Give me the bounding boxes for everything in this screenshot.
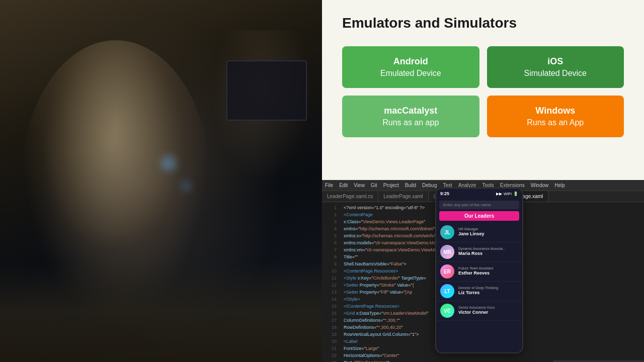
ios-card[interactable]: iOS Simulated Device xyxy=(487,46,624,88)
leader-card-maria[interactable]: MR Dynamic Assurance Associa... Maria Ro… xyxy=(436,242,522,262)
ln-22: 22 xyxy=(322,352,340,359)
ln-10: 10 xyxy=(322,267,340,275)
ln-6: 6 xyxy=(322,239,340,246)
menu-edit[interactable]: Edit xyxy=(339,183,348,188)
leader-info-maria: Dynamic Assurance Associa... Maria Ross xyxy=(458,247,518,257)
menu-file[interactable]: File xyxy=(325,183,333,188)
ln-7: 7 xyxy=(322,246,340,253)
search-placeholder: Enter any part of the name xyxy=(443,203,491,207)
ios-card-title: iOS xyxy=(547,56,563,67)
presentation-title: Emulators and Simulators xyxy=(342,15,624,31)
monitor-shape xyxy=(226,60,307,121)
ln-4: 4 xyxy=(322,225,340,232)
ln-3: 3 xyxy=(322,218,340,225)
mac-card-subtitle: Runs as an app xyxy=(382,118,439,127)
bokeh-light-1 xyxy=(161,156,176,171)
emulator-search[interactable]: Enter any part of the name xyxy=(439,201,519,209)
name-victor: Victor Conner xyxy=(458,310,518,316)
ln-2: 2 xyxy=(322,211,340,218)
menu-view[interactable]: View xyxy=(354,183,365,188)
role-liz: Director of Deep Thinking xyxy=(458,286,518,290)
name-jane: Jane Linsey xyxy=(458,231,518,237)
menu-git[interactable]: Git xyxy=(371,183,377,188)
android-card-title: Android xyxy=(393,56,428,67)
ln-20: 20 xyxy=(322,338,340,345)
leaders-header: Our Leaders xyxy=(439,211,519,221)
android-card-subtitle: Emulated Device xyxy=(380,69,441,78)
name-maria: Maria Ross xyxy=(458,251,518,257)
ide-area: File Edit View Git Project Build Debug T… xyxy=(322,180,644,362)
ln-19: 19 xyxy=(322,331,340,338)
ln-8: 8 xyxy=(322,253,340,260)
status-time: 9:25 xyxy=(440,191,449,196)
ln-13: 13 xyxy=(322,289,340,296)
ln-12: 12 xyxy=(322,282,340,289)
avatar-esther: ER xyxy=(440,264,454,279)
role-victor: Senior Assurance Guru xyxy=(458,306,518,310)
menu-window[interactable]: Window xyxy=(531,183,549,188)
ide-content: 1 2 3 4 5 6 7 8 9 10 11 12 13 14 15 16 1… xyxy=(322,202,644,362)
windows-card-title: Windows xyxy=(535,106,575,116)
tab-leaderpage-xaml-1[interactable]: LeaderPage.xaml xyxy=(378,191,428,202)
status-icons: ▶▶ WiFi 🔋 xyxy=(496,192,518,196)
role-esther: Future Team Assistant xyxy=(458,266,518,270)
line-numbers: 1 2 3 4 5 6 7 8 9 10 11 12 13 14 15 16 1… xyxy=(322,202,340,362)
right-panel-toolbar: Solution Explorer xyxy=(554,360,644,362)
leader-card-victor[interactable]: VC Senior Assurance Guru Victor Conner xyxy=(436,301,522,321)
leader-info-victor: Senior Assurance Guru Victor Conner xyxy=(458,306,518,316)
name-esther: Esther Reeves xyxy=(458,270,518,277)
windows-card[interactable]: Windows Runs as an App xyxy=(487,96,624,137)
desk-shape xyxy=(0,261,322,362)
leader-card-liz[interactable]: LT Director of Deep Thinking Liz Torres xyxy=(436,282,522,301)
ln-16: 16 xyxy=(322,310,340,317)
avatar-maria: MR xyxy=(440,245,454,259)
mac-card-title: macCatalyst xyxy=(384,106,437,116)
ln-17: 17 xyxy=(322,317,340,324)
avatar-liz: LT xyxy=(440,284,454,298)
ln-15: 15 xyxy=(322,303,340,310)
mac-card[interactable]: macCatalyst Runs as an app xyxy=(342,96,479,137)
ios-card-subtitle: Simulated Device xyxy=(524,69,587,78)
avatar-jane: JL xyxy=(440,225,454,239)
menu-debug[interactable]: Debug xyxy=(422,183,437,188)
ln-18: 18 xyxy=(322,324,340,331)
emulator-status-bar: 9:25 ▶▶ WiFi 🔋 xyxy=(436,189,522,199)
menu-project[interactable]: Project xyxy=(383,183,399,188)
battery-icon: 🔋 xyxy=(513,192,518,196)
leader-card-esther[interactable]: ER Future Team Assistant Esther Reeves xyxy=(436,262,522,282)
leader-info-jane: HR Manager Jane Linsey xyxy=(458,227,518,237)
ln-1: 1 xyxy=(322,204,340,211)
bokeh-light-2 xyxy=(181,181,191,191)
ln-5: 5 xyxy=(322,232,340,239)
presentation-area: Emulators and Simulators Android Emulate… xyxy=(322,0,644,181)
menu-build[interactable]: Build xyxy=(405,183,416,188)
signal-icon: ▶▶ xyxy=(496,192,502,196)
emulator-overlay: 9:25 ▶▶ WiFi 🔋 Enter any part of the nam… xyxy=(435,188,523,353)
wifi-icon: WiFi xyxy=(504,192,512,196)
role-jane: HR Manager xyxy=(458,227,518,231)
menu-help[interactable]: Help xyxy=(554,183,565,188)
solution-explorer-panel: Solution Explorer ▶ Solution 'ViewDemo' … xyxy=(553,360,644,362)
photo-section xyxy=(0,0,322,362)
name-liz: Liz Torres xyxy=(458,290,518,296)
leader-info-esther: Future Team Assistant Esther Reeves xyxy=(458,266,518,277)
leader-info-liz: Director of Deep Thinking Liz Torres xyxy=(458,286,518,296)
ln-21: 21 xyxy=(322,345,340,352)
ln-9: 9 xyxy=(322,260,340,267)
ln-11: 11 xyxy=(322,275,340,282)
leader-card-jane[interactable]: JL HR Manager Jane Linsey xyxy=(436,223,522,242)
avatar-victor: VC xyxy=(440,304,454,318)
windows-card-subtitle: Runs as an App xyxy=(527,118,584,127)
android-card[interactable]: Android Emulated Device xyxy=(342,46,479,88)
role-maria: Dynamic Assurance Associa... xyxy=(458,247,518,251)
content-section: Emulators and Simulators Android Emulate… xyxy=(322,0,644,362)
ln-14: 14 xyxy=(322,296,340,303)
tab-leaderpage-cs[interactable]: LeaderPage.xaml.cs xyxy=(322,191,378,202)
cards-grid: Android Emulated Device iOS Simulated De… xyxy=(342,46,624,137)
ln-23: 23 xyxy=(322,359,340,362)
